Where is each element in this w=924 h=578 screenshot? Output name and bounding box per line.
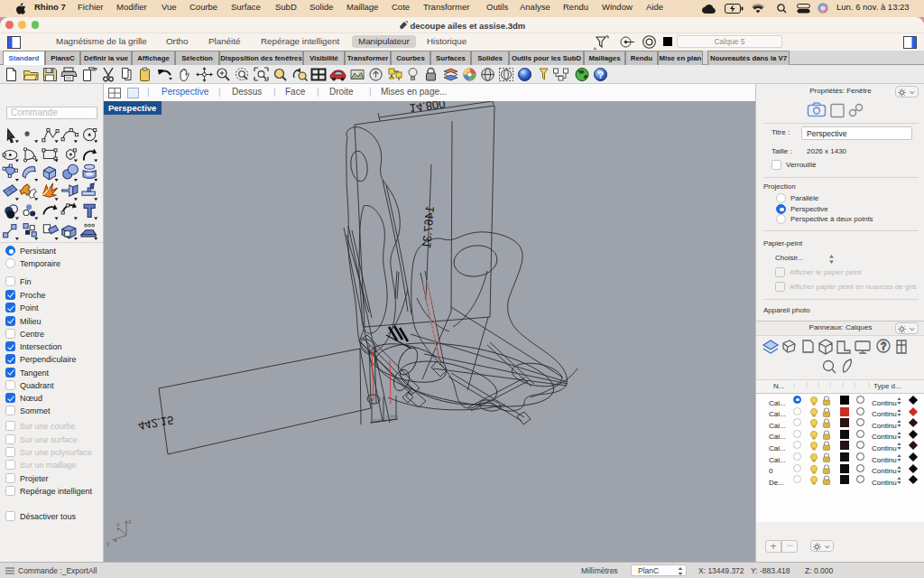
svg-text:?: ? [881, 341, 886, 351]
svg-text:442.15: 442.15 [137, 414, 175, 434]
svg-text:x: x [116, 521, 120, 527]
svg-text:14.8841: 14.8841 [385, 414, 400, 419]
svg-text:z: z [128, 518, 132, 525]
svg-text:1467.31: 1467.31 [420, 206, 437, 249]
svg-text:y: y [106, 540, 110, 547]
svg-text:?: ? [597, 70, 604, 80]
svg-text:10.4801: 10.4801 [373, 417, 387, 423]
